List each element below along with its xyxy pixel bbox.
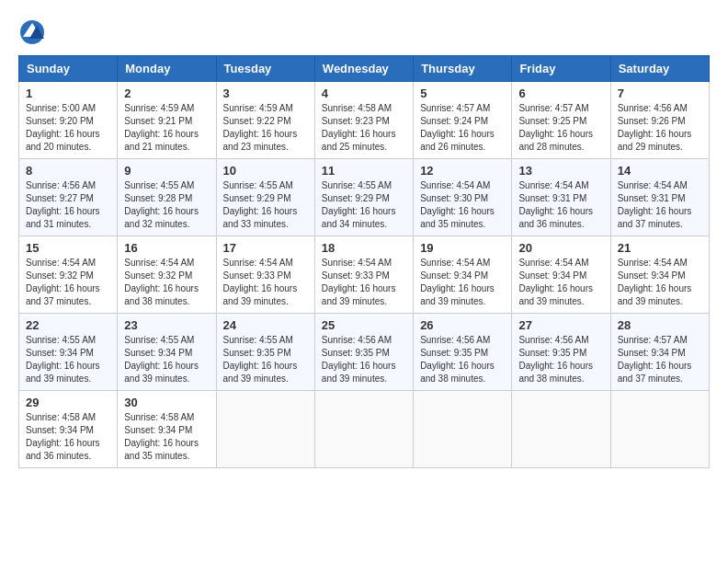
day-number: 24 <box>223 318 308 332</box>
day-info: Sunrise: 4:55 AM Sunset: 9:29 PM Dayligh… <box>223 179 308 231</box>
day-info: Sunrise: 4:55 AM Sunset: 9:29 PM Dayligh… <box>322 179 406 231</box>
day-number: 14 <box>618 164 702 178</box>
calendar-day-cell: 12Sunrise: 4:54 AM Sunset: 9:30 PM Dayli… <box>414 159 512 236</box>
calendar-day-cell: 8Sunrise: 4:56 AM Sunset: 9:27 PM Daylig… <box>19 159 118 236</box>
calendar-day-cell: 25Sunrise: 4:56 AM Sunset: 9:35 PM Dayli… <box>314 314 413 391</box>
day-number: 4 <box>322 86 406 100</box>
calendar-day-cell: 9Sunrise: 4:55 AM Sunset: 9:28 PM Daylig… <box>118 159 216 236</box>
day-number: 26 <box>420 318 505 332</box>
calendar-day-cell: 6Sunrise: 4:57 AM Sunset: 9:25 PM Daylig… <box>512 82 610 159</box>
day-number: 27 <box>518 318 603 332</box>
day-number: 29 <box>26 396 110 409</box>
calendar-empty-cell <box>610 391 709 468</box>
day-number: 23 <box>124 318 209 332</box>
calendar-day-cell: 15Sunrise: 4:54 AM Sunset: 9:32 PM Dayli… <box>19 236 118 314</box>
day-info: Sunrise: 4:58 AM Sunset: 9:34 PM Dayligh… <box>124 411 209 463</box>
calendar-day-cell: 2Sunrise: 4:59 AM Sunset: 9:21 PM Daylig… <box>118 82 216 159</box>
day-info: Sunrise: 4:54 AM Sunset: 9:34 PM Dayligh… <box>420 257 505 308</box>
page-header <box>18 18 710 46</box>
day-info: Sunrise: 4:54 AM Sunset: 9:34 PM Dayligh… <box>518 257 603 308</box>
day-info: Sunrise: 4:56 AM Sunset: 9:27 PM Dayligh… <box>26 179 110 231</box>
day-number: 25 <box>322 318 406 332</box>
calendar-day-cell: 26Sunrise: 4:56 AM Sunset: 9:35 PM Dayli… <box>414 314 512 391</box>
day-info: Sunrise: 4:54 AM Sunset: 9:34 PM Dayligh… <box>618 257 702 308</box>
day-number: 18 <box>322 241 406 255</box>
day-number: 21 <box>618 241 702 255</box>
calendar-day-cell: 20Sunrise: 4:54 AM Sunset: 9:34 PM Dayli… <box>512 236 610 314</box>
calendar-empty-cell <box>512 391 610 468</box>
calendar-day-cell: 16Sunrise: 4:54 AM Sunset: 9:32 PM Dayli… <box>118 236 216 314</box>
calendar-table: SundayMondayTuesdayWednesdayThursdayFrid… <box>18 55 710 468</box>
day-info: Sunrise: 4:56 AM Sunset: 9:35 PM Dayligh… <box>322 334 406 385</box>
day-info: Sunrise: 4:58 AM Sunset: 9:23 PM Dayligh… <box>322 102 406 154</box>
day-info: Sunrise: 5:00 AM Sunset: 9:20 PM Dayligh… <box>26 102 110 154</box>
logo <box>18 18 50 46</box>
calendar-day-cell: 27Sunrise: 4:56 AM Sunset: 9:35 PM Dayli… <box>512 314 610 391</box>
calendar-empty-cell <box>216 391 314 468</box>
day-number: 6 <box>518 86 603 100</box>
day-info: Sunrise: 4:57 AM Sunset: 9:25 PM Dayligh… <box>518 102 603 154</box>
day-info: Sunrise: 4:55 AM Sunset: 9:34 PM Dayligh… <box>124 334 209 385</box>
day-number: 30 <box>124 396 209 409</box>
day-info: Sunrise: 4:58 AM Sunset: 9:34 PM Dayligh… <box>26 411 110 463</box>
day-info: Sunrise: 4:54 AM Sunset: 9:31 PM Dayligh… <box>518 179 603 231</box>
calendar-week-row: 22Sunrise: 4:55 AM Sunset: 9:34 PM Dayli… <box>19 314 710 391</box>
day-number: 1 <box>26 86 110 100</box>
day-number: 19 <box>420 241 505 255</box>
day-number: 10 <box>223 164 308 178</box>
calendar-day-cell: 24Sunrise: 4:55 AM Sunset: 9:35 PM Dayli… <box>216 314 314 391</box>
day-info: Sunrise: 4:59 AM Sunset: 9:21 PM Dayligh… <box>124 102 209 154</box>
day-number: 16 <box>124 241 209 255</box>
calendar-day-cell: 30Sunrise: 4:58 AM Sunset: 9:34 PM Dayli… <box>118 391 216 468</box>
day-info: Sunrise: 4:56 AM Sunset: 9:35 PM Dayligh… <box>518 334 603 385</box>
day-number: 20 <box>518 241 603 255</box>
logo-icon <box>18 18 46 46</box>
day-info: Sunrise: 4:55 AM Sunset: 9:35 PM Dayligh… <box>223 334 308 385</box>
day-number: 9 <box>124 164 209 178</box>
calendar-day-cell: 14Sunrise: 4:54 AM Sunset: 9:31 PM Dayli… <box>610 159 709 236</box>
day-number: 3 <box>223 86 308 100</box>
header-wednesday: Wednesday <box>314 56 413 82</box>
header-thursday: Thursday <box>414 56 512 82</box>
day-info: Sunrise: 4:54 AM Sunset: 9:33 PM Dayligh… <box>322 257 406 308</box>
day-info: Sunrise: 4:54 AM Sunset: 9:32 PM Dayligh… <box>26 257 110 308</box>
day-number: 28 <box>618 318 702 332</box>
calendar-week-row: 8Sunrise: 4:56 AM Sunset: 9:27 PM Daylig… <box>19 159 710 236</box>
day-number: 7 <box>618 86 702 100</box>
calendar-day-cell: 29Sunrise: 4:58 AM Sunset: 9:34 PM Dayli… <box>19 391 118 468</box>
day-info: Sunrise: 4:54 AM Sunset: 9:30 PM Dayligh… <box>420 179 505 231</box>
calendar-day-cell: 19Sunrise: 4:54 AM Sunset: 9:34 PM Dayli… <box>414 236 512 314</box>
calendar-day-cell: 5Sunrise: 4:57 AM Sunset: 9:24 PM Daylig… <box>414 82 512 159</box>
day-info: Sunrise: 4:57 AM Sunset: 9:34 PM Dayligh… <box>618 334 702 385</box>
calendar-day-cell: 1Sunrise: 5:00 AM Sunset: 9:20 PM Daylig… <box>19 82 118 159</box>
calendar-day-cell: 7Sunrise: 4:56 AM Sunset: 9:26 PM Daylig… <box>610 82 709 159</box>
calendar-day-cell: 22Sunrise: 4:55 AM Sunset: 9:34 PM Dayli… <box>19 314 118 391</box>
calendar-day-cell: 3Sunrise: 4:59 AM Sunset: 9:22 PM Daylig… <box>216 82 314 159</box>
day-info: Sunrise: 4:57 AM Sunset: 9:24 PM Dayligh… <box>420 102 505 154</box>
day-info: Sunrise: 4:55 AM Sunset: 9:34 PM Dayligh… <box>26 334 110 385</box>
day-info: Sunrise: 4:54 AM Sunset: 9:32 PM Dayligh… <box>124 257 209 308</box>
day-number: 17 <box>223 241 308 255</box>
calendar-header-row: SundayMondayTuesdayWednesdayThursdayFrid… <box>19 56 710 82</box>
calendar-day-cell: 18Sunrise: 4:54 AM Sunset: 9:33 PM Dayli… <box>314 236 413 314</box>
day-info: Sunrise: 4:55 AM Sunset: 9:28 PM Dayligh… <box>124 179 209 231</box>
header-saturday: Saturday <box>610 56 709 82</box>
calendar-day-cell: 23Sunrise: 4:55 AM Sunset: 9:34 PM Dayli… <box>118 314 216 391</box>
day-number: 5 <box>420 86 505 100</box>
day-info: Sunrise: 4:54 AM Sunset: 9:31 PM Dayligh… <box>618 179 702 231</box>
day-number: 2 <box>124 86 209 100</box>
day-info: Sunrise: 4:56 AM Sunset: 9:35 PM Dayligh… <box>420 334 505 385</box>
calendar-day-cell: 28Sunrise: 4:57 AM Sunset: 9:34 PM Dayli… <box>610 314 709 391</box>
calendar-week-row: 15Sunrise: 4:54 AM Sunset: 9:32 PM Dayli… <box>19 236 710 314</box>
header-friday: Friday <box>512 56 610 82</box>
calendar-day-cell: 11Sunrise: 4:55 AM Sunset: 9:29 PM Dayli… <box>314 159 413 236</box>
calendar-day-cell: 4Sunrise: 4:58 AM Sunset: 9:23 PM Daylig… <box>314 82 413 159</box>
day-info: Sunrise: 4:56 AM Sunset: 9:26 PM Dayligh… <box>618 102 702 154</box>
calendar-week-row: 1Sunrise: 5:00 AM Sunset: 9:20 PM Daylig… <box>19 82 710 159</box>
day-number: 22 <box>26 318 110 332</box>
day-number: 13 <box>518 164 603 178</box>
calendar-day-cell: 21Sunrise: 4:54 AM Sunset: 9:34 PM Dayli… <box>610 236 709 314</box>
day-info: Sunrise: 4:54 AM Sunset: 9:33 PM Dayligh… <box>223 257 308 308</box>
header-monday: Monday <box>118 56 216 82</box>
day-info: Sunrise: 4:59 AM Sunset: 9:22 PM Dayligh… <box>223 102 308 154</box>
